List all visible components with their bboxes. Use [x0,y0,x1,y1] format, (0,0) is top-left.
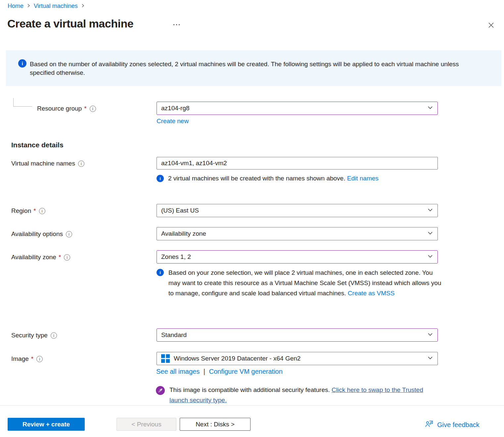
chevron-down-icon [427,253,433,261]
configure-vm-generation-link[interactable]: Configure VM generation [209,368,283,375]
previous-button: < Previous [116,418,176,431]
links-separator: | [204,368,205,375]
breadcrumb: Home Virtual machines [8,3,85,10]
see-all-images-link[interactable]: See all images [156,368,200,375]
region-label: Region * i [11,207,45,215]
chevron-down-icon [427,331,433,339]
info-icon: i [157,269,164,276]
security-type-label: Security type i [11,332,57,339]
info-icon[interactable]: i [36,356,43,362]
info-icon: i [18,59,26,68]
info-banner: i Based on the number of availability zo… [6,50,501,86]
resource-group-label: Resource group * i [37,105,96,112]
vm-names-input[interactable]: az104-vm1, az104-vm2 [157,157,438,170]
info-icon[interactable]: i [64,254,70,261]
availability-options-dropdown[interactable]: Availability zone [157,227,438,240]
close-icon[interactable] [486,20,496,30]
rocket-icon [156,386,165,395]
image-value: Windows Server 2019 Datacenter - x64 Gen… [174,355,300,362]
security-type-value: Standard [161,331,187,339]
availability-zone-value: Zones 1, 2 [161,253,191,261]
vm-names-note: i 2 virtual machines will be created wit… [157,175,379,182]
give-feedback-link[interactable]: Give feedback [425,420,480,430]
info-icon[interactable]: i [90,106,96,112]
tree-indent-connector [13,98,32,107]
region-dropdown[interactable]: (US) East US [157,204,438,217]
chevron-down-icon [427,230,433,238]
required-asterisk: * [33,207,36,215]
next-disks-button[interactable]: Next : Disks > [180,418,251,431]
vm-names-label: Virtual machine names i [11,160,84,167]
image-links: See all images | Configure VM generation [156,368,283,375]
more-options-button[interactable]: ... [173,20,181,27]
required-asterisk: * [31,355,33,363]
create-as-vmss-link[interactable]: Create as VMSS [348,290,395,297]
windows-logo-icon [161,354,170,363]
required-asterisk: * [84,105,86,112]
image-label: Image * i [11,355,43,363]
instance-details-heading: Instance details [11,141,64,149]
review-create-button[interactable]: Review + create [8,418,85,431]
info-icon[interactable]: i [78,161,84,167]
create-vm-page: Home Virtual machines Create a virtual m… [0,0,504,437]
availability-options-value: Availability zone [161,230,206,237]
resource-group-value: az104-rg8 [161,105,190,112]
feedback-icon [425,420,434,430]
create-new-link[interactable]: Create new [157,118,189,125]
region-value: (US) East US [161,207,199,214]
edit-names-link[interactable]: Edit names [347,175,379,182]
availability-options-label: Availability options i [11,230,72,238]
security-type-dropdown[interactable]: Standard [157,328,438,342]
chevron-down-icon [427,207,433,215]
required-asterisk: * [59,254,61,261]
footer-divider [0,405,504,406]
info-banner-text: Based on the number of availability zone… [30,60,484,77]
info-icon[interactable]: i [39,208,45,214]
chevron-down-icon [427,105,433,112]
breadcrumb-home-link[interactable]: Home [8,3,23,10]
info-icon[interactable]: i [51,332,57,339]
availability-zone-dropdown[interactable]: Zones 1, 2 [157,250,438,264]
breadcrumb-virtual-machines-link[interactable]: Virtual machines [34,3,78,10]
availability-zone-label: Availability zone * i [11,254,70,261]
info-icon: i [157,175,164,182]
info-icon[interactable]: i [66,231,72,237]
breadcrumb-separator-icon [81,3,85,9]
resource-group-dropdown[interactable]: az104-rg8 [157,102,438,115]
breadcrumb-separator-icon [27,3,30,9]
chevron-down-icon [427,355,433,363]
image-dropdown[interactable]: Windows Server 2019 Datacenter - x64 Gen… [157,352,438,365]
page-title: Create a virtual machine [7,17,133,30]
availability-zone-note: i Based on your zone selection, we will … [157,267,454,298]
image-security-note: This image is compatible with additional… [156,385,437,405]
vm-names-value: az104-vm1, az104-vm2 [161,160,227,167]
